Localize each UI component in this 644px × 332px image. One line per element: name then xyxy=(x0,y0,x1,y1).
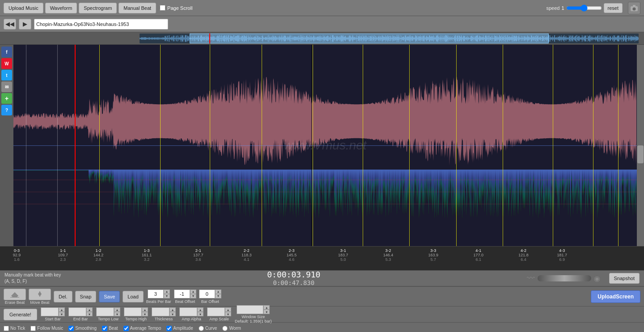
end-bar-up[interactable]: ▲ xyxy=(86,307,93,312)
overview-playhead xyxy=(209,34,210,43)
load-button[interactable]: Load xyxy=(123,291,143,302)
plus-button[interactable]: + xyxy=(1,93,12,104)
bar-offset-up-button[interactable]: ▲ xyxy=(215,289,221,294)
beat-offset-control: ▲ ▼ xyxy=(174,289,196,298)
rewind-button[interactable]: ◀◀ xyxy=(4,19,16,30)
beats-up-button[interactable]: ▲ xyxy=(164,289,170,294)
plus-label: + xyxy=(5,95,8,102)
start-bar-input[interactable] xyxy=(41,307,59,316)
average-tempo-checkbox[interactable] xyxy=(123,326,129,331)
smoothing-checkbox[interactable] xyxy=(68,326,74,331)
window-size-up[interactable]: ▲ xyxy=(263,305,270,310)
speed-area: speed 1 reset xyxy=(546,3,623,13)
amplitude-checkbox[interactable] xyxy=(166,326,172,331)
amp-scale-down[interactable]: ▼ xyxy=(225,312,231,316)
spectrogram-button[interactable]: Spectrogram xyxy=(79,3,117,13)
manual-beat-button[interactable]: Manual Beat xyxy=(119,3,156,13)
facebook-button[interactable]: f xyxy=(1,47,12,57)
status-bar: Manually mark beat with key (A, S, D, F)… xyxy=(0,270,644,286)
beat-offset-up-button[interactable]: ▲ xyxy=(190,289,196,294)
beat-item: Beat xyxy=(102,326,118,331)
start-bar-arrows: ▲ ▼ xyxy=(59,307,65,316)
bottom-row2: Generate! ▲ ▼ Start Bar ▲ ▼ End Bar ▲ xyxy=(0,306,644,322)
right-scrollbar[interactable] xyxy=(637,45,644,246)
twitter-button[interactable]: t xyxy=(1,70,12,81)
del-button[interactable]: Del. xyxy=(54,291,72,302)
upload-screen-button[interactable]: UploadScreen xyxy=(591,290,640,303)
end-bar-control: ▲ ▼ xyxy=(68,307,93,316)
play-button[interactable]: ▶ xyxy=(19,19,31,30)
move-icon xyxy=(34,290,45,298)
start-bar-down[interactable]: ▼ xyxy=(59,312,65,316)
speed-slider[interactable] xyxy=(566,4,602,12)
camera-button[interactable] xyxy=(628,2,640,14)
amp-alpha-up[interactable]: ▲ xyxy=(197,307,203,312)
beats-per-bar-group: ▲ ▼ Beats Per Bar xyxy=(146,289,171,304)
tempo-high-input[interactable] xyxy=(124,307,142,316)
tempo-low-down[interactable]: ▼ xyxy=(114,312,120,316)
upload-music-button[interactable]: Upload Music xyxy=(4,3,43,13)
amp-alpha-down[interactable]: ▼ xyxy=(197,312,203,316)
snap-button[interactable]: Snap xyxy=(75,291,97,302)
window-size-down[interactable]: ▼ xyxy=(263,310,270,314)
status-text: Manually mark beat with key (A, S, D, F) xyxy=(4,272,61,285)
tempo-low-up[interactable]: ▲ xyxy=(114,307,120,312)
volume-slider[interactable] xyxy=(538,275,591,281)
tempo-high-down[interactable]: ▼ xyxy=(142,312,148,316)
snapshot-button[interactable]: Snapshot xyxy=(609,273,640,284)
weibo-button[interactable]: W xyxy=(1,58,12,69)
beat-offset-label: Beat Offset xyxy=(175,299,195,304)
beats-down-button[interactable]: ▼ xyxy=(164,294,170,298)
worm-radio[interactable] xyxy=(222,326,228,331)
end-bar-down[interactable]: ▼ xyxy=(86,312,93,316)
main-area: f W t ✉ + ? xyxy=(0,45,644,246)
no-tick-checkbox[interactable] xyxy=(4,326,9,331)
marker-group-1: 1-1 109.7 2.3 xyxy=(58,248,68,262)
waveform-area[interactable]: www.Vmus.net xyxy=(13,45,637,246)
thickness-down[interactable]: ▼ xyxy=(169,312,176,316)
thickness-up[interactable]: ▲ xyxy=(169,307,176,312)
overview-track[interactable] xyxy=(140,34,639,43)
curve-radio[interactable] xyxy=(199,326,204,331)
beats-per-bar-input[interactable] xyxy=(148,289,164,298)
beat-checkbox[interactable] xyxy=(102,326,107,331)
start-bar-group: ▲ ▼ Start Bar xyxy=(41,307,65,321)
help-label: ? xyxy=(5,108,8,113)
follow-music-checkbox[interactable] xyxy=(30,326,36,331)
end-bar-input[interactable] xyxy=(68,307,86,316)
tempo-low-input[interactable] xyxy=(96,307,114,316)
bar-offset-label: Bar Offset xyxy=(201,299,219,304)
erase-beat-button[interactable] xyxy=(4,289,26,300)
start-bar-up[interactable]: ▲ xyxy=(59,307,65,312)
scrollbar-thumb[interactable] xyxy=(637,145,644,163)
playback-controls: 〰 ◉ xyxy=(527,274,600,283)
waveform-button[interactable]: Waveform xyxy=(45,3,77,13)
bar-offset-down-button[interactable]: ▼ xyxy=(215,294,221,298)
beat-offset-input[interactable] xyxy=(174,289,190,298)
page-scroll-checkbox[interactable] xyxy=(160,5,165,11)
window-size-input[interactable] xyxy=(237,305,263,314)
thickness-control: ▲ ▼ xyxy=(152,307,176,316)
amp-scale-up[interactable]: ▲ xyxy=(225,307,231,312)
volume-right-icon: ◉ xyxy=(594,274,600,283)
move-beat-button[interactable] xyxy=(29,289,51,300)
beat-offset-down-button[interactable]: ▼ xyxy=(190,294,196,298)
amp-alpha-input[interactable] xyxy=(179,307,197,316)
mail-button[interactable]: ✉ xyxy=(1,81,12,92)
tempo-high-up[interactable]: ▲ xyxy=(142,307,148,312)
save-button[interactable]: Save xyxy=(99,291,120,302)
start-bar-label: Start Bar xyxy=(45,317,61,321)
amp-scale-input[interactable] xyxy=(207,307,225,316)
erase-beat-group: Erase Beat xyxy=(4,289,26,305)
bar-offset-input[interactable] xyxy=(199,289,215,298)
start-bar-control: ▲ ▼ xyxy=(41,307,65,316)
help-button[interactable]: ? xyxy=(1,105,12,115)
thickness-group: ▲ ▼ Thickness xyxy=(152,307,176,321)
amp-scale-control: ▲ ▼ xyxy=(207,307,231,316)
reset-button[interactable]: reset xyxy=(604,3,623,13)
amplitude-label: Amplitude xyxy=(173,326,193,331)
thickness-input[interactable] xyxy=(152,307,169,316)
generate-button[interactable]: Generate! xyxy=(4,309,37,320)
filename-input[interactable] xyxy=(34,19,168,30)
smoothing-label: Smoothing xyxy=(75,326,97,331)
